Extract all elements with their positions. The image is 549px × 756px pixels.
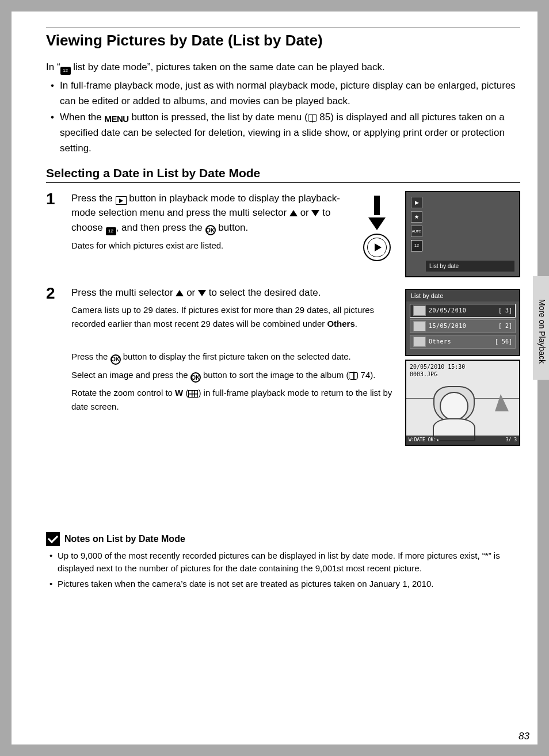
lcd-menu: ▶ ★ AUTO 12 List by date	[405, 191, 520, 277]
list-by-date-icon: 12	[411, 240, 422, 251]
step-1-note: Dates for which pictures exist are liste…	[71, 239, 349, 252]
step-number: 1	[46, 191, 63, 207]
notes-heading: Notes on List by Date Mode	[64, 534, 185, 544]
photo-meta: 20/05/2010 15:30 0003.JPG	[410, 363, 465, 378]
menu-selection-label: List by date	[426, 261, 514, 272]
button-illustration	[357, 191, 397, 266]
step-2-p2: Press the OK button to display the first…	[71, 350, 397, 365]
photo-footer: W:DATE OK:★ 3/ 3	[406, 436, 519, 445]
notes-section: Notes on List by Date Mode Up to 9,000 o…	[46, 532, 520, 591]
list-item: Pictures taken when the camera’s date is…	[46, 578, 520, 591]
step-2-p4: Rotate the zoom control to W () in full-…	[71, 386, 397, 413]
ok-icon: OK	[110, 354, 121, 365]
auto-sort-icon: AUTO	[411, 226, 422, 237]
step-number: 2	[46, 285, 63, 301]
side-label: More on Playback	[537, 299, 547, 364]
playback-mode-icon: ▶	[411, 197, 422, 208]
step-2-p3: Select an image and press the OK button …	[71, 368, 397, 383]
date-row: 20/05/2010 [ 3]	[410, 304, 516, 318]
page-number: 83	[518, 731, 529, 742]
photo-scene	[406, 378, 519, 436]
favorite-mode-icon: ★	[411, 211, 422, 223]
book-icon	[308, 114, 317, 122]
step-2: 2 Press the multi selector or to select …	[46, 285, 520, 446]
page-title: Viewing Pictures by Date (List by Date)	[46, 32, 520, 49]
thumbnail-icon	[413, 321, 426, 331]
lcd-photo: 20/05/2010 15:30 0003.JPG W:DATE OK:★ 3/…	[405, 360, 520, 446]
down-icon	[198, 290, 206, 296]
thumbnail-icon	[413, 337, 426, 347]
subheading: Selecting a Date in List by Date Mode	[46, 166, 520, 180]
menu-icon: MENU	[105, 112, 129, 125]
check-icon	[46, 532, 60, 546]
list-item: Up to 9,000 of the most recently recorde…	[46, 549, 520, 575]
book-icon	[349, 372, 358, 380]
ok-icon: OK	[190, 372, 201, 383]
step-1-text: Press the button in playback mode to dis…	[71, 191, 349, 236]
up-icon	[176, 290, 184, 296]
intro: In “12 list by date mode”, pictures take…	[46, 60, 520, 75]
date-list-header: List by date	[406, 290, 519, 301]
lcd-date-list: List by date 20/05/2010 [ 3] 15/05/2010 …	[405, 289, 520, 356]
thumbnail-icon	[188, 390, 198, 398]
date-row: Others [ 56]	[410, 335, 516, 349]
step-2-text: Press the multi selector or to select th…	[71, 285, 397, 300]
bullet-list: In full-frame playback mode, just as wit…	[46, 78, 520, 156]
up-icon	[289, 210, 298, 216]
playback-icon	[116, 196, 127, 205]
calendar-icon: 12	[60, 67, 71, 75]
list-item: In full-frame playback mode, just as wit…	[46, 78, 520, 109]
thumbnail-icon	[413, 306, 426, 316]
manual-page: Viewing Pictures by Date (List by Date) …	[12, 12, 537, 744]
ok-icon: OK	[205, 225, 216, 235]
down-icon	[311, 210, 319, 216]
step-1: 1 Press the button in playback mode to d…	[46, 191, 520, 277]
step-2-note: Camera lists up to 29 dates. If pictures…	[71, 303, 397, 330]
calendar-icon: 12	[106, 227, 116, 235]
list-item: When the MENU button is pressed, the lis…	[46, 110, 520, 156]
date-row: 15/05/2010 [ 2]	[410, 319, 516, 333]
